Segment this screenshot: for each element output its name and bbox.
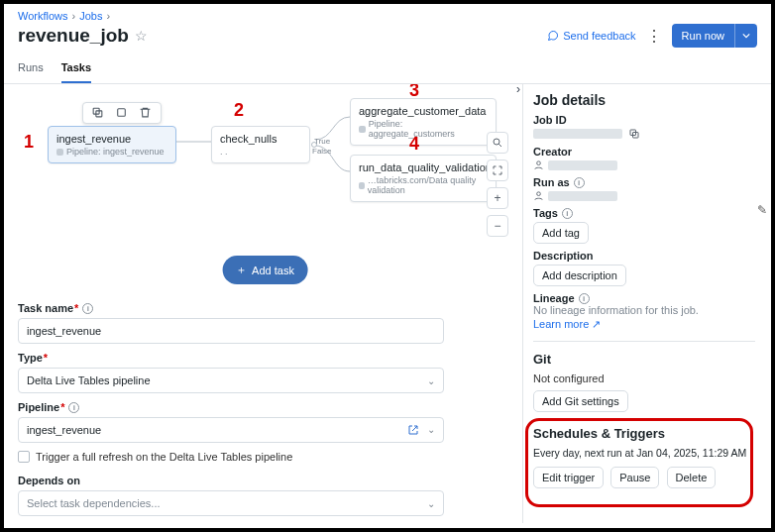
lineage-text: No lineage information for this job. (533, 304, 755, 316)
learn-more-link[interactable]: Learn more ↗ (533, 318, 601, 330)
annotation-3: 3 (409, 84, 419, 101)
svg-point-4 (494, 139, 499, 145)
svg-rect-3 (118, 109, 126, 117)
page-title: revenue_job (18, 25, 129, 47)
task-graph-canvas[interactable]: ingest_revenue Pipeline: ingest_revenue … (18, 92, 512, 290)
node-run-data-quality-validation[interactable]: run_data_quality_validation …tabricks.co… (350, 155, 497, 202)
fullscreen-icon[interactable] (487, 160, 508, 181)
branch-false-label: False (312, 147, 332, 156)
info-icon[interactable]: i (82, 303, 93, 314)
svg-point-8 (537, 161, 541, 165)
creator-value (548, 160, 617, 170)
run-now-dropdown[interactable] (734, 24, 757, 48)
tags-label: Tagsi (533, 207, 755, 219)
job-id-value (533, 129, 622, 139)
job-id-label: Job ID (533, 114, 755, 126)
lineage-label: Lineagei (533, 292, 755, 304)
svg-point-9 (537, 192, 541, 196)
type-select[interactable]: Delta Live Tables pipeline⌄ (18, 368, 444, 393)
zoom-in-icon[interactable]: + (487, 187, 508, 209)
star-icon[interactable]: ☆ (135, 28, 148, 44)
git-title: Git (533, 352, 755, 367)
add-git-settings-button[interactable]: Add Git settings (533, 390, 628, 412)
external-link-icon[interactable] (407, 424, 419, 436)
git-status: Not configured (533, 372, 755, 384)
pipeline-icon (359, 126, 366, 133)
chevron-right-icon: › (106, 10, 110, 22)
chat-icon (547, 30, 559, 42)
trash-icon[interactable] (139, 106, 153, 120)
node-aggregate-customer-data[interactable]: aggregate_customer_data Pipeline: aggreg… (350, 98, 497, 146)
external-link-icon: ↗ (592, 318, 601, 330)
notebook-icon (359, 182, 365, 189)
description-label: Description (533, 250, 755, 262)
node-check-nulls[interactable]: check_nulls . . (211, 126, 310, 163)
pipeline-select[interactable]: ingest_revenue ⌄ (18, 417, 444, 443)
breadcrumb-workflows[interactable]: Workflows (18, 10, 68, 22)
svg-line-5 (498, 144, 501, 147)
run-now-button[interactable]: Run now (672, 24, 734, 48)
info-icon[interactable]: i (68, 402, 79, 413)
node-toolbar (82, 102, 162, 124)
tab-runs[interactable]: Runs (18, 55, 44, 83)
annotation-oval-5 (525, 418, 753, 507)
chevron-down-icon: ⌄ (427, 424, 435, 436)
copy-icon[interactable] (628, 128, 640, 140)
annotation-2: 2 (234, 100, 244, 121)
add-task-button[interactable]: ＋ Add task (222, 256, 308, 284)
full-refresh-label: Trigger a full refresh on the Delta Live… (36, 451, 292, 463)
node-ingest-revenue[interactable]: ingest_revenue Pipeline: ingest_revenue (48, 126, 176, 163)
clone-icon[interactable] (115, 106, 129, 120)
job-details-title: Job details (533, 92, 755, 108)
chevron-down-icon: ⌄ (427, 375, 435, 386)
chevron-right-icon: › (72, 10, 76, 22)
pipeline-icon (56, 149, 63, 156)
job-details-panel: Job details Job ID Creator Run asi ✎ Tag… (523, 84, 771, 523)
breadcrumb-jobs[interactable]: Jobs (79, 10, 102, 22)
add-tag-button[interactable]: Add tag (533, 222, 589, 244)
kebab-menu-icon[interactable]: ⋮ (646, 27, 662, 46)
run-as-label: Run asi (533, 176, 755, 188)
add-description-button[interactable]: Add description (533, 265, 626, 286)
task-name-input[interactable]: ingest_revenue (18, 318, 444, 344)
info-icon[interactable]: i (562, 208, 573, 219)
collapse-panel-icon[interactable]: › (516, 82, 520, 96)
user-icon (533, 160, 544, 170)
edit-icon[interactable]: ✎ (757, 203, 767, 217)
info-icon[interactable]: i (574, 177, 585, 188)
depends-on-select[interactable]: Select task dependencies...⌄ (18, 490, 444, 516)
run-as-value (548, 191, 617, 201)
zoom-out-icon[interactable]: − (487, 215, 508, 237)
branch-true-label: True (314, 137, 330, 146)
creator-label: Creator (533, 146, 755, 158)
plus-icon: ＋ (236, 263, 247, 277)
pipeline-label: Pipelinei (18, 401, 512, 413)
annotation-1: 1 (24, 132, 34, 153)
copy-icon[interactable] (91, 106, 105, 120)
user-icon (533, 190, 544, 201)
full-refresh-checkbox[interactable] (18, 451, 30, 463)
search-icon[interactable] (487, 132, 508, 154)
info-icon[interactable]: i (579, 293, 590, 304)
type-label: Type (18, 352, 512, 364)
breadcrumb: Workflows › Jobs › (18, 10, 757, 22)
chevron-down-icon: ⌄ (427, 498, 435, 509)
task-name-label: Task namei (18, 302, 512, 314)
annotation-4: 4 (409, 134, 419, 155)
send-feedback-link[interactable]: Send feedback (547, 30, 635, 42)
depends-on-label: Depends on (18, 475, 512, 486)
tab-tasks[interactable]: Tasks (61, 55, 91, 83)
